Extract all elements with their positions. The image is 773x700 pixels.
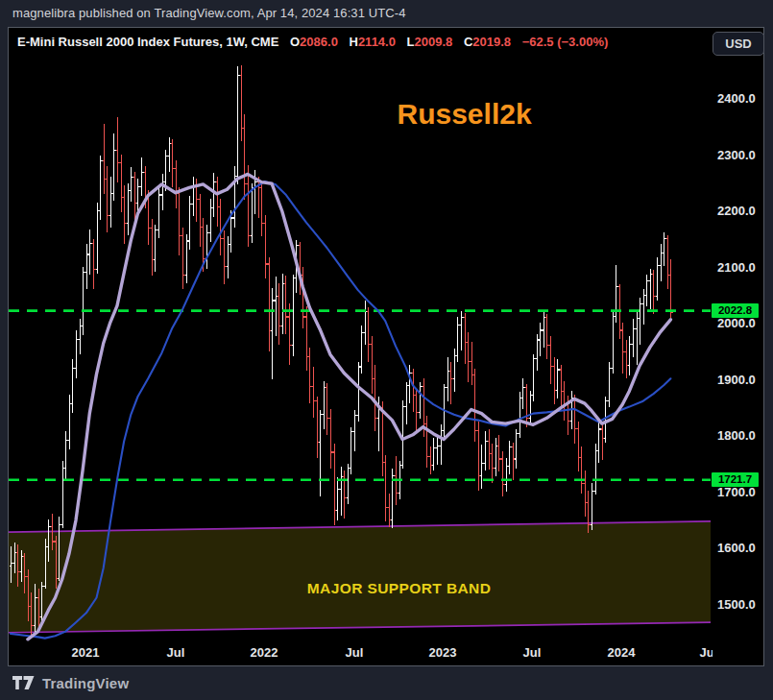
ohlc-bar <box>185 234 189 283</box>
ohlc-bar <box>580 447 584 494</box>
ohlc-bar <box>350 427 353 474</box>
ohlc-bar <box>103 124 107 194</box>
ohlc-bar <box>515 429 519 469</box>
price-chart[interactable]: MAJOR SUPPORT BANDRussell2k <box>8 27 764 666</box>
low-value: 2009.8 <box>415 35 453 49</box>
ohlc-bar <box>521 378 525 409</box>
ohlc-bar <box>223 230 227 284</box>
ohlc-bar <box>429 447 433 474</box>
ohlc-bar <box>188 196 192 250</box>
ohlc-bar <box>519 392 522 439</box>
chart-legend[interactable]: E-Mini Russell 2000 Index Futures, 1W, C… <box>17 35 608 49</box>
ohlc-bar <box>597 421 601 464</box>
ohlc-bar <box>669 259 673 318</box>
time-tick-label: 2023 <box>416 644 470 661</box>
level-price-tag: 1721.7 <box>712 472 759 487</box>
ohlc-bar <box>243 114 247 199</box>
currency-button[interactable]: USD <box>713 32 764 56</box>
ohlc-bar <box>488 429 492 470</box>
ohlc-bar <box>151 219 155 276</box>
ohlc-bar <box>71 359 75 413</box>
ohlc-bar <box>460 311 464 351</box>
ohlc-bar <box>154 225 157 272</box>
ohlc-bar <box>449 362 453 404</box>
time-axis[interactable]: 2021Jul2022Jul2023Jul2024Jul <box>9 644 713 661</box>
ohlc-bar <box>495 438 498 476</box>
open-label: O <box>290 35 300 49</box>
ohlc-bar <box>539 323 543 356</box>
low-label: L <box>407 35 415 49</box>
ohlc-bar <box>560 365 564 406</box>
ohlc-bar <box>480 445 484 489</box>
ohlc-bar <box>340 467 344 516</box>
ohlc-bar <box>456 317 460 362</box>
ohlc-bar <box>353 410 357 451</box>
time-tick-label: Jul <box>682 644 713 661</box>
ohlc-bar <box>532 354 536 402</box>
ohlc-bar <box>615 265 618 323</box>
ohlc-bar <box>181 228 185 289</box>
close-value: 2019.8 <box>472 35 511 49</box>
ohlc-bar <box>168 137 172 172</box>
time-tick-label: Jul <box>149 644 203 661</box>
ohlc-bar <box>106 166 109 232</box>
ohlc-bar <box>549 336 553 384</box>
price-tick-label: 2300.0 <box>717 148 767 163</box>
ohlc-bar <box>491 444 495 483</box>
ohlc-bar <box>639 298 642 345</box>
ohlc-bar <box>467 332 471 382</box>
ohlc-bar <box>405 382 409 424</box>
change-value: −62.5 (−3.00%) <box>522 35 609 49</box>
ohlc-bar <box>347 464 350 505</box>
ohlc-bar <box>357 362 361 421</box>
ohlc-bar <box>642 289 646 326</box>
ohlc-bar <box>302 267 305 328</box>
ohlc-bar <box>288 303 292 365</box>
time-tick-label: 2022 <box>237 644 291 661</box>
ohlc-bar <box>594 444 598 495</box>
ohlc-bar <box>501 451 505 496</box>
ohlc-bar <box>284 276 288 334</box>
ohlc-bar <box>227 236 230 278</box>
ohlc-bar <box>505 458 509 492</box>
ohlc-bar <box>264 215 268 278</box>
price-tick-label: 1600.0 <box>717 541 767 556</box>
ohlc-bar <box>545 314 549 360</box>
ohlc-bar <box>79 319 83 355</box>
ohlc-bar <box>573 395 577 445</box>
ohlc-bar <box>473 369 477 442</box>
ohlc-bar <box>319 410 323 496</box>
ohlc-bar <box>625 340 629 378</box>
high-value: 2114.0 <box>358 35 396 49</box>
tradingview-logo-icon <box>12 675 35 690</box>
ohlc-bar <box>556 359 560 398</box>
ohlc-bar <box>553 357 557 405</box>
ohlc-bar <box>663 232 666 266</box>
ohlc-bar <box>336 477 340 521</box>
support-band <box>9 521 711 633</box>
price-tick-label: 2400.0 <box>717 91 767 107</box>
ohlc-bar <box>464 313 468 364</box>
ohlc-bar <box>329 409 333 469</box>
chart-note-title: Russell2k <box>398 98 532 130</box>
level-price-tag: 2022.8 <box>712 303 759 318</box>
ohlc-bar <box>525 384 529 427</box>
ohlc-bar <box>161 174 165 210</box>
ohlc-bar <box>120 155 124 212</box>
time-tick-label: 2024 <box>594 644 648 661</box>
ohlc-bar <box>233 166 237 228</box>
price-tick-label: 2000.0 <box>717 316 767 331</box>
ohlc-bar <box>536 334 540 372</box>
ohlc-bar <box>652 270 656 314</box>
ohlc-bar <box>608 362 612 407</box>
ohlc-bar <box>388 494 392 527</box>
ohlc-bar <box>563 381 567 421</box>
ohlc-bar <box>178 187 181 254</box>
ohlc-bar <box>216 177 220 227</box>
ohlc-bar <box>236 66 240 184</box>
price-tick-label: 2200.0 <box>717 204 767 219</box>
ohlc-bar <box>484 431 488 471</box>
ohlc-bar <box>384 455 388 521</box>
ohlc-bar <box>112 133 116 201</box>
price-tick-label: 1900.0 <box>717 373 767 388</box>
